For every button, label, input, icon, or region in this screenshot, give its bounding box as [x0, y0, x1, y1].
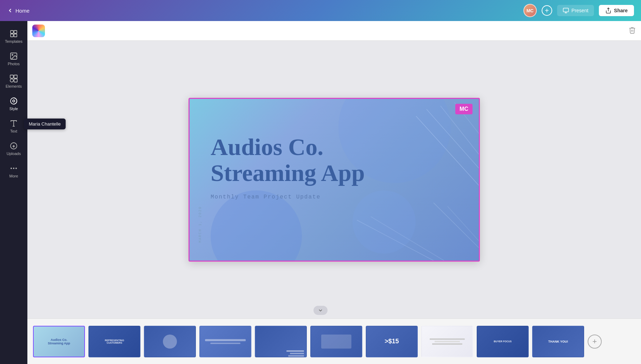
svg-rect-13 — [14, 79, 17, 82]
sidebar-item-elements[interactable]: Elements — [1, 71, 26, 92]
templates-icon — [9, 29, 18, 38]
style-icon — [9, 97, 18, 105]
style-label: Style — [9, 107, 18, 111]
svg-rect-11 — [14, 75, 17, 78]
share-button[interactable]: Share — [599, 5, 634, 16]
svg-rect-10 — [10, 75, 13, 78]
sidebar-item-style[interactable]: Style — [1, 93, 26, 114]
chevron-down-icon — [318, 308, 323, 313]
home-label: Home — [15, 8, 29, 14]
filmstrip-thumb-2[interactable]: REPRESENTINGCUSTOMERS — [88, 326, 140, 357]
color-palette-button[interactable] — [32, 25, 45, 37]
present-label: Present — [571, 8, 588, 13]
uploads-label: Uploads — [7, 151, 21, 156]
sidebar-item-uploads[interactable]: Uploads — [1, 138, 26, 159]
uploads-icon — [9, 142, 18, 150]
svg-point-20 — [11, 168, 12, 169]
slide-canvas[interactable]: MC Audios Co. Streaming App Monthly Team… — [189, 98, 480, 262]
filmstrip-thumb-8[interactable] — [421, 326, 473, 357]
trash-icon — [628, 26, 636, 34]
collapse-filmstrip-button[interactable] — [313, 306, 328, 315]
svg-point-21 — [13, 168, 14, 169]
slide-badge-text: MC — [460, 106, 468, 112]
more-label: More — [9, 174, 18, 178]
filmstrip: Audios Co.Streaming App REPRESENTINGCUST… — [27, 318, 641, 364]
templates-label: Templates — [5, 39, 22, 43]
sidebar-item-more[interactable]: More — [1, 161, 26, 182]
share-icon — [605, 7, 612, 14]
slide-subtitle: Monthly Team Project Update — [211, 194, 458, 200]
header-left: Home — [7, 7, 29, 14]
svg-rect-5 — [14, 31, 17, 33]
slide-title: Audios Co. Streaming App — [211, 134, 458, 187]
filmstrip-thumb-9[interactable]: BUYER FOCUS — [477, 326, 529, 357]
slide-title-line1: Audios Co. — [211, 134, 323, 160]
avatar[interactable]: MC — [523, 4, 537, 17]
slide-title-line2: Streaming App — [211, 160, 365, 186]
slide-date-vertical: MARCH 1, 2020 — [198, 206, 202, 243]
text-label: Text — [10, 129, 17, 133]
header-right: MC + Present Share — [523, 4, 634, 17]
svg-point-15 — [13, 100, 15, 102]
slide-content: Audios Co. Streaming App Monthly Team Pr… — [211, 134, 458, 201]
present-button[interactable]: Present — [557, 5, 594, 16]
filmstrip-thumb-3[interactable] — [144, 326, 196, 357]
more-icon — [9, 164, 18, 173]
share-label: Share — [614, 8, 628, 13]
tooltip-text: Maria Chantelle — [29, 121, 61, 127]
slide-decoration-circle-1 — [211, 190, 302, 262]
slide-badge: MC — [455, 104, 473, 114]
filmstrip-thumb-10[interactable]: THANK YOU! — [532, 326, 584, 357]
sidebar-item-text[interactable]: Text — [1, 116, 26, 137]
present-icon — [563, 7, 569, 14]
filmstrip-thumb-1[interactable]: Audios Co.Streaming App — [33, 326, 85, 357]
svg-rect-0 — [563, 8, 568, 12]
filmstrip-thumb-4[interactable] — [199, 326, 251, 357]
photos-label: Photos — [8, 62, 20, 66]
svg-rect-6 — [11, 34, 13, 37]
svg-rect-7 — [14, 34, 17, 37]
filmstrip-thumb-7[interactable]: >$15 — [366, 326, 418, 357]
svg-line-27 — [434, 203, 479, 248]
svg-point-22 — [15, 168, 17, 169]
svg-point-12 — [10, 79, 13, 82]
svg-rect-4 — [11, 31, 13, 33]
svg-line-28 — [448, 206, 479, 241]
add-collaborator-button[interactable]: + — [542, 5, 552, 16]
filmstrip-thumb-5[interactable] — [255, 326, 307, 357]
filmstrip-thumb-6[interactable] — [310, 326, 362, 357]
app-header: Home MC + Present Share — [0, 0, 641, 21]
add-icon: + — [545, 7, 549, 15]
add-slide-button[interactable]: + — [588, 335, 602, 349]
svg-point-9 — [12, 54, 13, 55]
avatar-initials: MC — [527, 8, 534, 13]
sidebar-item-photos[interactable]: Photos — [1, 48, 26, 69]
sidebar-item-templates[interactable]: Templates — [1, 26, 26, 47]
home-back-button[interactable]: Home — [7, 7, 29, 14]
canvas-area: MC Audios Co. Streaming App Monthly Team… — [27, 41, 641, 318]
user-tooltip: Maria Chantelle — [24, 119, 66, 129]
photos-icon — [9, 52, 18, 60]
elements-icon — [9, 74, 18, 83]
text-icon — [9, 119, 18, 128]
add-slide-icon: + — [593, 337, 597, 346]
delete-button[interactable] — [628, 26, 636, 35]
sidebar: Templates Photos Elements Style — [0, 21, 27, 364]
toolbar — [27, 21, 641, 41]
elements-label: Elements — [6, 84, 22, 88]
